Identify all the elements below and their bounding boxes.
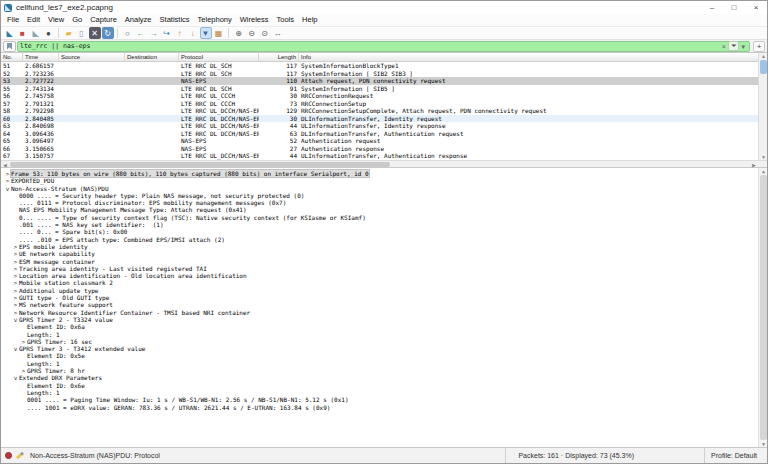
detail-line-13[interactable]: >Tracking area identity - Last visited r… bbox=[1, 265, 767, 272]
detail-line-14[interactable]: >Location area identification - Old loca… bbox=[1, 272, 767, 279]
detail-line-11[interactable]: >UE network capability bbox=[1, 250, 767, 257]
menu-statistics[interactable]: Statistics bbox=[156, 14, 194, 26]
scroll-up-icon[interactable]: ▲ bbox=[759, 168, 767, 174]
detail-line-27[interactable]: >GPRS Timer: 8 hr bbox=[1, 367, 767, 374]
scrollbar-thumb[interactable] bbox=[760, 60, 767, 74]
detail-line-9[interactable]: .... .010 = EPS attach type: Combined EP… bbox=[1, 236, 767, 243]
detail-line-29[interactable]: Element ID: 0x6e bbox=[1, 382, 767, 389]
detail-line-20[interactable]: vGPRS Timer 2 - T3324 value bbox=[1, 316, 767, 323]
column-header-no[interactable]: No. bbox=[1, 53, 23, 61]
zoom-in-icon[interactable]: ⊕ bbox=[233, 27, 245, 39]
column-header-time[interactable]: Time bbox=[23, 53, 59, 61]
auto-scroll-icon[interactable]: ▼ bbox=[200, 27, 212, 39]
menu-go[interactable]: Go bbox=[68, 14, 86, 26]
detail-line-30[interactable]: Length: 1 bbox=[1, 389, 767, 396]
detail-line-10[interactable]: >EPS mobile identity bbox=[1, 243, 767, 250]
packet-row-57[interactable]: 572.791321LTE RRC DL_CCCH73RRCConnection… bbox=[1, 100, 767, 108]
menu-file[interactable]: File bbox=[3, 14, 23, 26]
packet-row-58[interactable]: 582.792298LTE RRC UL_DCCH/NAS-EPS129RRCC… bbox=[1, 107, 767, 115]
expand-icon[interactable]: > bbox=[12, 243, 19, 250]
menu-wireless[interactable]: Wireless bbox=[236, 14, 273, 26]
packet-list-vertical-scrollbar[interactable]: ▲ ▼ bbox=[758, 53, 767, 160]
column-header-source[interactable]: Source bbox=[59, 53, 125, 61]
detail-line-3[interactable]: 0000 .... = Security header type: Plain … bbox=[1, 192, 767, 199]
detail-line-24[interactable]: vGPRS Timer 3 - T3412 extended value bbox=[1, 345, 767, 352]
expand-icon[interactable]: > bbox=[12, 272, 19, 279]
colorize-icon[interactable]: ▦ bbox=[213, 27, 225, 39]
detail-line-6[interactable]: 0... .... = Type of security context fla… bbox=[1, 214, 767, 221]
packet-row-56[interactable]: 562.745758LTE RRC UL_CCCH30RRCConnection… bbox=[1, 92, 767, 100]
detail-line-1[interactable]: >EXPORTED_PDU bbox=[1, 177, 767, 184]
packet-row-63[interactable]: 632.840698LTE RRC UL_DCCH/NAS-EPS44ULInf… bbox=[1, 122, 767, 130]
capture-comment-icon[interactable] bbox=[16, 452, 24, 459]
expand-icon[interactable]: > bbox=[12, 301, 19, 308]
go-to-packet-icon[interactable]: ↪ bbox=[161, 27, 173, 39]
detail-line-12[interactable]: >ESM message container bbox=[1, 258, 767, 265]
filter-apply-icon[interactable]: ⏷ bbox=[728, 41, 740, 51]
detail-line-18[interactable]: >MS network feature support bbox=[1, 301, 767, 308]
go-last-icon[interactable]: ↓ bbox=[187, 27, 199, 39]
expand-icon[interactable]: > bbox=[12, 294, 19, 301]
packet-row-53[interactable]: 532.727722NAS-EPS110Attach request, PDN … bbox=[1, 77, 767, 85]
menu-help[interactable]: Help bbox=[298, 14, 321, 26]
detail-line-7[interactable]: .001 .... = NAS key set identifier: (1) bbox=[1, 221, 767, 228]
scroll-down-icon[interactable]: ▼ bbox=[759, 441, 767, 447]
details-vertical-scrollbar[interactable]: ▲ ▼ bbox=[758, 168, 767, 447]
packet-row-67[interactable]: 673.150757LTE RRC UL_DCCH/NAS-EPS44ULInf… bbox=[1, 152, 767, 160]
packet-list[interactable]: 512.686157LTE RRC DL_SCH117SystemInforma… bbox=[1, 62, 767, 160]
stop-capture-icon[interactable]: ■ bbox=[17, 27, 29, 39]
start-capture-icon[interactable]: ◣ bbox=[4, 27, 16, 39]
close-file-icon[interactable]: ✕ bbox=[89, 27, 101, 39]
detail-line-26[interactable]: Length: 1 bbox=[1, 360, 767, 367]
expert-info-icon[interactable] bbox=[5, 452, 12, 459]
packet-row-51[interactable]: 512.686157LTE RRC DL_SCH117SystemInforma… bbox=[1, 62, 767, 70]
detail-line-31[interactable]: 0001 .... = Paging Time Window: Iu: 1 s … bbox=[1, 396, 767, 403]
find-packet-icon[interactable]: ○ bbox=[122, 27, 134, 39]
capture-options-icon[interactable]: ● bbox=[43, 27, 55, 39]
detail-line-32[interactable]: .... 1001 = eDRX value: GERAN: 783.36 s … bbox=[1, 404, 767, 411]
detail-line-21[interactable]: Element ID: 0x6a bbox=[1, 323, 767, 330]
menu-capture[interactable]: Capture bbox=[86, 14, 121, 26]
detail-line-8[interactable]: .... 0... = Spare bit(s): 0x00 bbox=[1, 228, 767, 235]
packet-row-60[interactable]: 602.840485LTE RRC DL_DCCH/NAS-EPS30DLInf… bbox=[1, 115, 767, 123]
display-filter-input[interactable] bbox=[20, 42, 720, 50]
column-header-length[interactable]: Length bbox=[259, 53, 299, 61]
filter-dropdown-icon[interactable]: ▾ bbox=[739, 42, 747, 51]
detail-line-15[interactable]: >Mobile station classmark 2 bbox=[1, 279, 767, 286]
packet-row-66[interactable]: 663.150665NAS-EPS27Authentication respon… bbox=[1, 145, 767, 153]
expand-icon[interactable]: > bbox=[12, 309, 19, 316]
detail-line-19[interactable]: >Network Resource Identifier Container -… bbox=[1, 309, 767, 316]
collapse-icon[interactable]: v bbox=[12, 374, 19, 381]
menu-view[interactable]: View bbox=[44, 14, 68, 26]
expand-icon[interactable]: > bbox=[12, 287, 19, 294]
resize-columns-icon[interactable]: ↔ bbox=[272, 27, 284, 39]
minimize-button[interactable]: – bbox=[701, 1, 723, 14]
maximize-button[interactable]: □ bbox=[723, 1, 745, 14]
filter-bookmark-button[interactable] bbox=[3, 41, 16, 52]
expand-icon[interactable]: > bbox=[4, 177, 11, 184]
filter-clear-icon[interactable]: × bbox=[720, 42, 728, 51]
packet-list-horizontal-scrollbar[interactable]: ◀ ▶ bbox=[1, 160, 767, 168]
collapse-icon[interactable]: v bbox=[4, 185, 11, 192]
status-profile[interactable]: Profile: Default bbox=[705, 448, 767, 463]
detail-line-25[interactable]: Element ID: 0x5e bbox=[1, 352, 767, 359]
detail-line-0[interactable]: >Frame 53: 110 bytes on wire (880 bits),… bbox=[1, 170, 767, 177]
expand-icon[interactable]: > bbox=[20, 367, 27, 374]
zoom-out-icon[interactable]: ⊖ bbox=[246, 27, 258, 39]
scrollbar-thumb[interactable] bbox=[760, 175, 767, 440]
go-forward-icon[interactable]: → bbox=[148, 27, 160, 39]
expand-icon[interactable]: > bbox=[20, 338, 27, 345]
detail-line-16[interactable]: >Additional update type bbox=[1, 287, 767, 294]
add-filter-button-button[interactable]: + bbox=[753, 41, 765, 52]
packet-row-65[interactable]: 653.096497NAS-EPS52Authentication reques… bbox=[1, 137, 767, 145]
expand-icon[interactable]: > bbox=[12, 258, 19, 265]
scroll-up-icon[interactable]: ▲ bbox=[759, 53, 768, 59]
restart-capture-icon[interactable]: ◣ bbox=[30, 27, 42, 39]
detail-line-2[interactable]: vNon-Access-Stratum (NAS)PDU bbox=[1, 185, 767, 192]
column-header-destination[interactable]: Destination bbox=[125, 53, 179, 61]
go-first-icon[interactable]: ↑ bbox=[174, 27, 186, 39]
column-header-protocol[interactable]: Protocol bbox=[179, 53, 259, 61]
expand-icon[interactable]: > bbox=[4, 170, 11, 177]
detail-line-28[interactable]: vExtended DRX Parameters bbox=[1, 374, 767, 381]
detail-line-22[interactable]: Length: 1 bbox=[1, 331, 767, 338]
